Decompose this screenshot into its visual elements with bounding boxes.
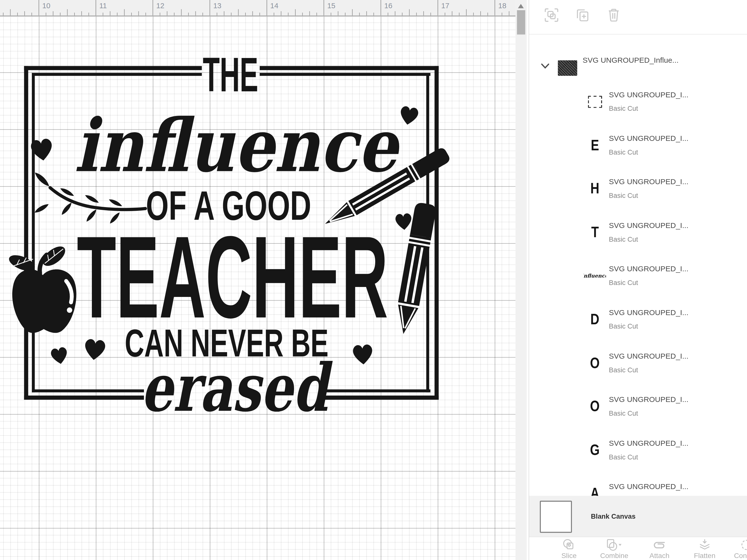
layer-row-7[interactable]: O SVG UNGROUPED_I... Basic Cut	[529, 339, 747, 383]
layer-title: SVG UNGROUPED_I...	[609, 221, 689, 230]
layer-row-5[interactable]: influence SVG UNGROUPED_I... Basic Cut	[529, 252, 747, 296]
letter-thumb: T	[591, 223, 599, 241]
layer-title: SVG UNGROUPED_Influe...	[583, 56, 678, 65]
layer-thumbnail: D	[584, 308, 606, 330]
trash-icon[interactable]	[606, 7, 622, 23]
slice-button[interactable]: Slice	[553, 539, 585, 560]
slice-icon	[563, 539, 575, 551]
layer-thumbnail: T	[584, 221, 606, 243]
layer-row-4[interactable]: T SVG UNGROUPED_I... Basic Cut	[529, 208, 747, 252]
word-the: THE	[203, 47, 258, 102]
layer-row-8[interactable]: O SVG UNGROUPED_I... Basic Cut	[529, 382, 747, 426]
layer-thumbnail: influence	[584, 265, 606, 287]
combine-label: Combine	[600, 552, 628, 560]
letter-thumb: O	[590, 398, 599, 415]
layer-thumbnail: G	[584, 439, 606, 461]
layer-row-3[interactable]: H SVG UNGROUPED_I... Basic Cut	[529, 165, 747, 209]
layer-title: SVG UNGROUPED_I...	[609, 178, 689, 186]
script-word-thumb: influence	[584, 273, 606, 278]
letter-thumb: H	[590, 180, 599, 197]
layer-title: SVG UNGROUPED_I...	[609, 439, 689, 448]
letter-thumb: A	[590, 485, 599, 496]
layer-thumbnail	[558, 60, 577, 76]
layer-cut-type: Basic Cut	[609, 322, 638, 330]
layer-cut-type: Basic Cut	[609, 235, 638, 243]
duplicate-icon[interactable]	[575, 7, 591, 23]
slice-label: Slice	[561, 552, 576, 560]
app-stage: 101112131415161718	[0, 0, 747, 560]
attach-button[interactable]: Attach	[644, 539, 675, 560]
attach-icon	[653, 539, 666, 551]
scrollbar-thumb[interactable]	[517, 10, 525, 34]
layer-row-root[interactable]: SVG UNGROUPED_Influe...	[529, 47, 747, 78]
flatten-icon	[698, 539, 711, 551]
letter-thumb: D	[590, 311, 599, 328]
layers-bottom-toolbar: Slice Combine Attach Flatten	[529, 537, 747, 560]
contour-icon	[740, 539, 747, 551]
blank-canvas-row[interactable]: Blank Canvas	[529, 496, 747, 537]
layer-title: SVG UNGROUPED_I...	[609, 134, 689, 142]
layer-thumbnail: E	[584, 134, 606, 156]
layer-row-9[interactable]: G SVG UNGROUPED_I... Basic Cut	[529, 426, 747, 470]
design-artwork[interactable]: THE influence OF A GOOD TEACHER CAN NEVE…	[0, 0, 515, 560]
blank-canvas-thumbnail	[540, 501, 572, 533]
layer-cut-type: Basic Cut	[609, 192, 638, 199]
contour-label: Contour	[734, 552, 747, 560]
select-similar-icon[interactable]	[544, 7, 560, 23]
contour-button[interactable]: Contour	[731, 539, 747, 560]
layer-title: SVG UNGROUPED_I...	[609, 482, 689, 491]
layer-thumbnail: O	[584, 352, 606, 374]
canvas-scrollbar[interactable]	[515, 0, 526, 560]
layer-thumbnail	[584, 90, 606, 113]
layers-panel-header	[529, 0, 747, 34]
layer-thumbnail: O	[584, 395, 606, 418]
layer-row-2[interactable]: E SVG UNGROUPED_I... Basic Cut	[529, 121, 747, 165]
attach-label: Attach	[649, 552, 669, 560]
layer-title: SVG UNGROUPED_I...	[609, 90, 689, 99]
layer-title: SVG UNGROUPED_I...	[609, 265, 689, 273]
teacher-quote-design: THE influence OF A GOOD TEACHER CAN NEVE…	[7, 47, 452, 426]
combine-button[interactable]: Combine	[599, 539, 630, 560]
layer-title: SVG UNGROUPED_I...	[609, 395, 689, 404]
word-influence: influence	[74, 103, 401, 188]
blank-canvas-label: Blank Canvas	[591, 512, 636, 520]
layer-cut-type: Basic Cut	[609, 453, 638, 461]
apple-icon	[7, 243, 76, 333]
letter-thumb: G	[590, 441, 599, 459]
scrollbar-up-arrow-icon[interactable]	[518, 4, 524, 8]
word-erased: erased	[141, 349, 333, 426]
layers-panel: SVG UNGROUPED_Influe... SVG UNGROUPED_I.…	[529, 0, 747, 560]
layer-cut-type: Basic Cut	[609, 105, 638, 112]
layers-list: SVG UNGROUPED_Influe... SVG UNGROUPED_I.…	[529, 34, 747, 496]
letter-thumb: O	[590, 354, 599, 372]
layer-thumbnail: A	[584, 482, 606, 496]
layer-title: SVG UNGROUPED_I...	[609, 352, 689, 361]
layer-cut-type: Basic Cut	[609, 148, 638, 156]
flatten-label: Flatten	[694, 552, 716, 560]
layer-thumbnail: H	[584, 178, 606, 200]
frame-shape-thumb	[588, 96, 602, 108]
layer-title: SVG UNGROUPED_I...	[609, 308, 689, 317]
chevron-down-icon[interactable]	[541, 63, 549, 69]
layer-row-10[interactable]: A SVG UNGROUPED_I... Basic Cut	[529, 470, 747, 496]
layer-cut-type: Basic Cut	[609, 279, 638, 287]
layer-cut-type: Basic Cut	[609, 409, 638, 417]
letter-thumb: E	[591, 136, 599, 154]
layer-row-6[interactable]: D SVG UNGROUPED_I... Basic Cut	[529, 296, 747, 340]
layer-row-1[interactable]: SVG UNGROUPED_I... Basic Cut	[529, 78, 747, 122]
flatten-button[interactable]: Flatten	[689, 539, 720, 560]
combine-icon	[606, 539, 622, 551]
layer-cut-type: Basic Cut	[609, 366, 638, 374]
